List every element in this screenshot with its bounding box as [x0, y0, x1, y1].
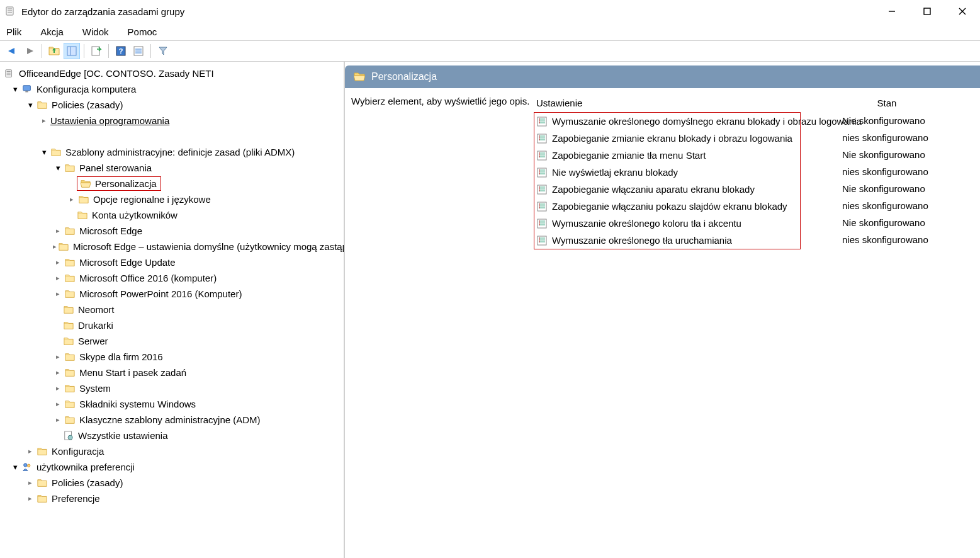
expand-icon[interactable]	[53, 254, 63, 270]
setting-row[interactable]: Wymuszanie określonego tła uruchamiania	[534, 232, 800, 249]
tree-root[interactable]: OfficeandEdge [OC. CONTOSO. Zasady NETI	[0, 65, 344, 81]
expand-icon[interactable]	[67, 191, 77, 207]
details-pane: Personalizacja Wybierz element, aby wyśw…	[345, 62, 980, 558]
computer-icon	[21, 84, 33, 94]
setting-row[interactable]: Zapobieganie włączaniu aparatu ekranu bl…	[534, 181, 800, 198]
tree-edge[interactable]: Microsoft Edge	[0, 223, 344, 239]
setting-row[interactable]: Nie wyświetlaj ekranu blokady	[534, 164, 800, 181]
tree-control-panel[interactable]: Panel sterowania	[0, 160, 344, 176]
filter-button[interactable]	[155, 43, 171, 59]
tree-pane[interactable]: OfficeandEdge [OC. CONTOSO. Zasady NETI …	[0, 62, 345, 558]
tree-computer-config[interactable]: Konfiguracja komputera	[0, 81, 344, 97]
tree-regional[interactable]: Opcje regionalne i językowe	[0, 191, 344, 207]
expand-icon[interactable]	[53, 223, 63, 239]
folder-icon	[63, 336, 74, 346]
expand-icon[interactable]	[53, 380, 63, 396]
tree-all-settings[interactable]: Wszystkie ustawienia	[0, 428, 344, 443]
tree-edge-update[interactable]: Microsoft Edge Update	[0, 254, 344, 270]
scroll-icon	[4, 69, 15, 79]
tree-policies-2[interactable]: Policies (zasady)	[0, 475, 344, 491]
column-setting[interactable]: Ustawienie	[534, 98, 840, 108]
expand-icon[interactable]	[25, 475, 35, 491]
tree-policies[interactable]: Policies (zasady)	[0, 97, 344, 113]
setting-row[interactable]: Zapobieganie zmianie ekranu blokady i ob…	[534, 130, 800, 147]
svg-rect-27	[67, 47, 76, 55]
up-level-button[interactable]	[46, 43, 62, 59]
maximize-button[interactable]	[918, 3, 936, 20]
expand-icon[interactable]	[10, 459, 20, 475]
folder-icon	[64, 352, 76, 362]
expand-icon[interactable]	[25, 491, 35, 506]
tree-configuration[interactable]: Konfiguracja	[0, 443, 344, 459]
tree-neomort[interactable]: Neomort	[0, 302, 344, 317]
tree-user-pref[interactable]: użytkownika preferencji	[0, 459, 344, 475]
expand-icon[interactable]	[10, 81, 20, 98]
expand-icon[interactable]	[53, 270, 63, 286]
menu-action[interactable]: Akcja	[40, 26, 64, 37]
tree-startmenu[interactable]: Menu Start i pasek zadań	[0, 365, 344, 380]
setting-icon	[537, 134, 547, 144]
state-value: nies skonfigurowano	[842, 197, 928, 214]
expand-icon[interactable]	[39, 144, 49, 161]
tree-preferences[interactable]: Preferencje	[0, 491, 344, 506]
export-list-button[interactable]	[88, 43, 104, 59]
tree-office2016[interactable]: Microsoft Office 2016 (komputer)	[0, 270, 344, 286]
close-button[interactable]	[954, 3, 971, 20]
folder-icon	[37, 447, 48, 457]
folder-icon	[77, 210, 88, 220]
properties-button[interactable]	[130, 43, 147, 59]
folder-icon	[64, 226, 76, 236]
folder-icon	[64, 163, 76, 173]
category-header: Personalizacja	[345, 65, 980, 88]
state-value: nies skonfigurowano	[842, 129, 928, 146]
minimize-button[interactable]	[883, 3, 901, 20]
expand-icon[interactable]	[53, 412, 63, 428]
expand-icon[interactable]	[25, 443, 35, 459]
show-hide-tree-button[interactable]	[64, 43, 80, 59]
tree-personalization[interactable]: Personalizacja	[0, 176, 344, 191]
column-state[interactable]: Stan	[840, 98, 934, 108]
tree-admin-templates[interactable]: Szablony administracyjne: definicje zasa…	[0, 144, 344, 160]
expand-icon[interactable]	[53, 349, 63, 365]
expand-icon[interactable]	[53, 160, 63, 176]
expand-icon[interactable]	[53, 286, 63, 302]
tree-user-accounts[interactable]: Konta użytkowników	[0, 207, 344, 223]
tree-printers[interactable]: Drukarki	[0, 317, 344, 333]
help-button[interactable]: ?	[113, 43, 129, 59]
tree-skype[interactable]: Skype dla firm 2016	[0, 349, 344, 365]
expand-icon[interactable]	[25, 97, 35, 113]
menu-help[interactable]: Pomoc	[128, 26, 157, 37]
tree-system[interactable]: System	[0, 380, 344, 396]
folder-icon	[64, 289, 76, 299]
state-column-values: Nie skonfigurowano nies skonfigurowano N…	[842, 112, 928, 248]
setting-row[interactable]: Zapobieganie włączaniu pokazu slajdów ek…	[534, 198, 800, 215]
state-value: Nie skonfigurowano	[842, 180, 928, 197]
menu-file[interactable]: Plik	[6, 26, 21, 37]
tree-root-label: OfficeandEdge [OC. CONTOSO. Zasady NETI	[19, 65, 214, 81]
svg-rect-24	[924, 8, 930, 14]
description-hint: Wybierz element, aby wyświetlić jego opi…	[351, 94, 534, 249]
folder-icon	[37, 478, 48, 488]
list-header[interactable]: Ustawienie Stan	[534, 94, 980, 111]
folder-icon	[64, 368, 76, 378]
folder-icon	[37, 494, 48, 504]
setting-icon	[537, 151, 547, 161]
expand-icon[interactable]	[39, 113, 49, 128]
expand-icon[interactable]	[53, 365, 63, 380]
tree-classic-adm[interactable]: Klasyczne szablony administracyjne (ADM)	[0, 412, 344, 428]
menu-view[interactable]: Widok	[82, 26, 109, 37]
tree-software-settings[interactable]: Ustawienia oprogramowania	[0, 113, 344, 128]
forward-button[interactable]	[21, 43, 38, 59]
expand-icon[interactable]	[53, 239, 57, 254]
settings-list[interactable]: Wymuszanie określonego domyślnego ekranu…	[534, 112, 801, 249]
tree-ppt2016[interactable]: Microsoft PowerPoint 2016 (Komputer)	[0, 286, 344, 302]
expand-icon[interactable]	[53, 396, 63, 412]
setting-row[interactable]: Wymuszanie określonego koloru tła i akce…	[534, 215, 800, 232]
setting-row[interactable]: Wymuszanie określonego domyślnego ekranu…	[534, 113, 800, 130]
tree-server[interactable]: Serwer	[0, 333, 344, 349]
tree-edge-default[interactable]: Microsoft Edge – ustawienia domyślne (uż…	[0, 239, 344, 254]
tree-windows-components[interactable]: Składniki systemu Windows	[0, 396, 344, 412]
setting-row[interactable]: Zapobieganie zmianie tła menu Start	[534, 147, 800, 164]
back-button[interactable]	[4, 43, 20, 59]
folder-icon	[64, 384, 76, 394]
